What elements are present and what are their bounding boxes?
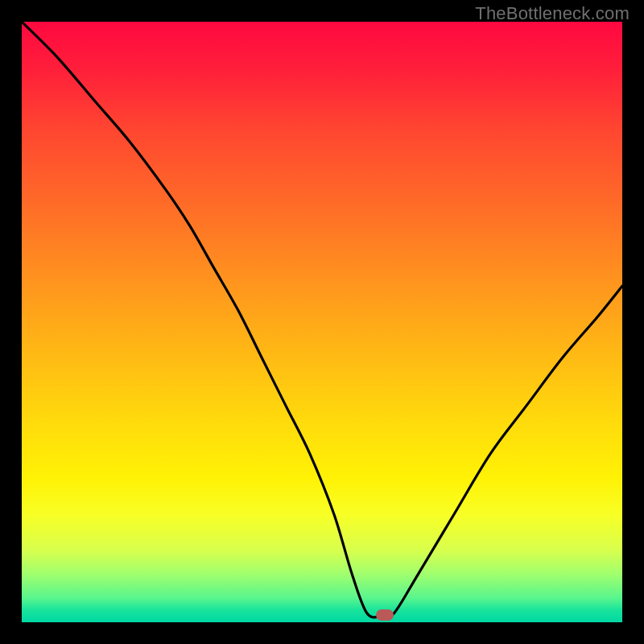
chart-frame: TheBottleneck.com <box>0 0 644 644</box>
optimal-marker <box>376 609 394 621</box>
curve-layer <box>22 22 622 622</box>
plot-area <box>22 22 622 622</box>
bottleneck-curve-path <box>22 22 622 617</box>
